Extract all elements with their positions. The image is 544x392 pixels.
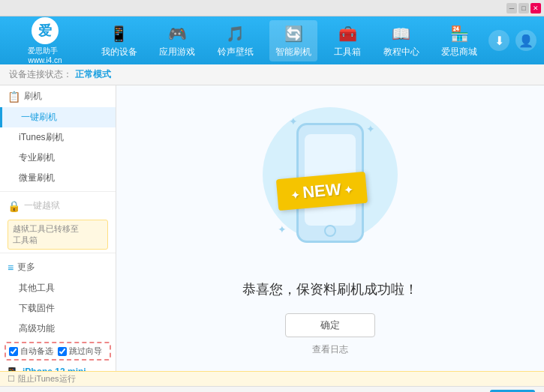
sidebar-divider-2 bbox=[0, 253, 116, 253]
itunes-checkbox-icon: ☐ bbox=[8, 374, 15, 384]
title-bar: ─ □ ✕ bbox=[0, 0, 544, 16]
itunes-label: 阻止iTunes运行 bbox=[18, 373, 76, 385]
sidebar-item-pro-flash[interactable]: 专业刷机 bbox=[0, 148, 116, 168]
status-value: 正常模式 bbox=[75, 68, 111, 81]
nav-tutorial[interactable]: 📖 教程中心 bbox=[377, 20, 425, 61]
illustration: NEW ✦ ✦ ✦ bbox=[248, 100, 413, 265]
device-phone-icon: 📱 bbox=[5, 367, 20, 371]
nav-items: 📱 我的设备 🎮 应用游戏 🎵 铃声壁纸 🔄 智能刷机 🧰 工具箱 📖 bbox=[90, 20, 488, 61]
sidebar-bottom: 自动备选 跳过向导 📱 iPhone 12 mini 64GB Down-12m… bbox=[0, 339, 116, 371]
nav-right-buttons: ⬇ 👤 bbox=[488, 30, 544, 51]
nav-wisdomcity[interactable]: 🏪 爱思商城 bbox=[435, 20, 483, 61]
sidebar-item-one-click-flash[interactable]: 一键刷机 bbox=[0, 107, 116, 127]
ringtones-icon: 🎵 bbox=[225, 23, 246, 44]
nav-ringtones[interactable]: 🎵 铃声壁纸 bbox=[212, 20, 260, 61]
status-label: 设备连接状态： bbox=[9, 68, 72, 81]
status-bar: 设备连接状态： 正常模式 bbox=[0, 64, 544, 85]
sidebar-section-more[interactable]: ≡ 更多 bbox=[0, 256, 116, 278]
sidebar-section-flash[interactable]: 📋 刷机 bbox=[0, 85, 116, 107]
flash-section-icon: 📋 bbox=[8, 91, 20, 103]
sidebar-item-download-firmware[interactable]: 下载固件 bbox=[0, 298, 116, 319]
itunes-bar: ☐ 阻止iTunes运行 bbox=[0, 371, 544, 386]
minimize-btn[interactable]: ─ bbox=[506, 3, 517, 13]
more-section-icon: ≡ bbox=[8, 262, 14, 274]
apps-games-icon: 🎮 bbox=[167, 23, 188, 44]
sidebar-divider-1 bbox=[0, 191, 116, 192]
device-details: iPhone 12 mini 64GB Down-12mini-13,1 bbox=[23, 367, 86, 371]
sparkle-3: ✦ bbox=[278, 223, 287, 235]
nav-smart-shop[interactable]: 🔄 智能刷机 bbox=[269, 20, 317, 61]
sidebar: 📋 刷机 一键刷机 iTunes刷机 专业刷机 微量刷机 bbox=[0, 85, 116, 371]
confirm-button[interactable]: 确定 bbox=[285, 313, 375, 337]
bottom-area: ☐ 阻止iTunes运行 V7.98.66 客服 微信公众号 检查更新 bbox=[0, 371, 544, 392]
sidebar-sections: 📋 刷机 一键刷机 iTunes刷机 专业刷机 微量刷机 bbox=[0, 85, 116, 339]
app-window: ─ □ ✕ 爱 爱思助手 www.i4.cn 📱 我的设备 🎮 应用游戏 🎵 铃… bbox=[0, 0, 544, 392]
nav-apps-games[interactable]: 🎮 应用游戏 bbox=[153, 20, 201, 61]
jailbreak-section-icon: 🔒 bbox=[8, 200, 20, 212]
smart-shop-icon: 🔄 bbox=[283, 23, 304, 44]
close-btn[interactable]: ✕ bbox=[530, 3, 541, 13]
tutorial-icon: 📖 bbox=[391, 23, 412, 44]
view-log-link[interactable]: 查看日志 bbox=[312, 343, 348, 356]
sidebar-item-advanced[interactable]: 高级功能 bbox=[0, 319, 116, 339]
success-text: 恭喜您，保资料刷机成功啦！ bbox=[242, 280, 418, 298]
logo-area: 爱 爱思助手 www.i4.cn bbox=[0, 17, 90, 64]
nav-my-device[interactable]: 📱 我的设备 bbox=[95, 20, 143, 61]
main-layout: 📋 刷机 一键刷机 iTunes刷机 专业刷机 微量刷机 bbox=[0, 85, 544, 371]
sidebar-section-jailbreak[interactable]: 🔒 一键越狱 bbox=[0, 195, 116, 217]
user-btn[interactable]: 👤 bbox=[515, 30, 536, 51]
auto-backup-checkbox[interactable]: 自动备选 bbox=[9, 346, 53, 357]
sidebar-item-save-flash[interactable]: 微量刷机 bbox=[0, 168, 116, 188]
jailbreak-warning: 越狱工具已转移至 工具箱 bbox=[8, 220, 108, 250]
sidebar-item-itunes-flash[interactable]: iTunes刷机 bbox=[0, 127, 116, 148]
logo-icon: 爱 bbox=[32, 17, 59, 44]
logo-text: 爱思助手 www.i4.cn bbox=[28, 46, 62, 64]
sidebar-item-other-tools[interactable]: 其他工具 bbox=[0, 278, 116, 298]
my-device-icon: 📱 bbox=[109, 23, 130, 44]
wisdomcity-icon: 🏪 bbox=[449, 23, 470, 44]
skip-wizard-checkbox[interactable]: 跳过向导 bbox=[58, 346, 102, 357]
download-btn[interactable]: ⬇ bbox=[488, 30, 509, 51]
nav-toolbox[interactable]: 🧰 工具箱 bbox=[328, 20, 367, 61]
sparkle-2: ✦ bbox=[366, 123, 375, 135]
top-nav: 爱 爱思助手 www.i4.cn 📱 我的设备 🎮 应用游戏 🎵 铃声壁纸 🔄 … bbox=[0, 16, 544, 64]
sparkle-1: ✦ bbox=[289, 115, 298, 127]
maximize-btn[interactable]: □ bbox=[518, 3, 529, 13]
content-area: NEW ✦ ✦ ✦ 恭喜您，保资料刷机成功啦！ 确定 查看日志 bbox=[116, 85, 544, 371]
device-info-panel: 📱 iPhone 12 mini 64GB Down-12mini-13,1 bbox=[0, 364, 116, 371]
toolbox-icon: 🧰 bbox=[337, 23, 358, 44]
phone-home-button bbox=[324, 225, 336, 237]
bottom-status-bar: V7.98.66 客服 微信公众号 检查更新 bbox=[0, 386, 544, 392]
